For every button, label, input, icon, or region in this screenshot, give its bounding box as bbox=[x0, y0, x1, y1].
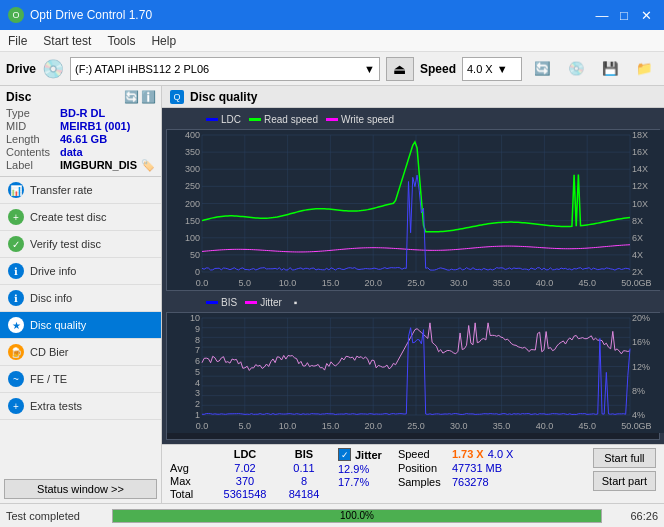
menu-help[interactable]: Help bbox=[143, 32, 184, 49]
maximize-button[interactable]: □ bbox=[614, 5, 634, 25]
extra-tests-label: Extra tests bbox=[30, 400, 82, 412]
fe-te-icon: ~ bbox=[8, 371, 24, 387]
menu-start-test[interactable]: Start test bbox=[35, 32, 99, 49]
sidebar-item-extra-tests[interactable]: + Extra tests bbox=[0, 393, 161, 420]
cd-bier-label: CD Bier bbox=[30, 346, 69, 358]
time-display: 66:26 bbox=[608, 510, 658, 522]
col-bis-header: BIS bbox=[284, 448, 324, 460]
max-bis: 8 bbox=[284, 475, 324, 487]
disc-quality-header-icon: Q bbox=[170, 90, 184, 104]
disc-quality-title: Disc quality bbox=[190, 90, 257, 104]
fe-te-label: FE / TE bbox=[30, 373, 67, 385]
sidebar-item-disc-info[interactable]: ℹ Disc info bbox=[0, 285, 161, 312]
avg-ldc: 7.02 bbox=[210, 462, 280, 474]
drive-info-icon: ℹ bbox=[8, 263, 24, 279]
stats-area: LDC BIS Avg 7.02 0.11 Max 370 8 Total 53… bbox=[162, 444, 664, 503]
disc-type-label: Type bbox=[6, 107, 56, 119]
speed-stat-value: 1.73 X bbox=[452, 448, 484, 460]
disc-contents-label: Contents bbox=[6, 146, 56, 158]
legend-separator: ▪ bbox=[294, 297, 298, 308]
menu-bar: File Start test Tools Help bbox=[0, 30, 664, 52]
sidebar-item-create-test-disc[interactable]: + Create test disc bbox=[0, 204, 161, 231]
position-value: 47731 MB bbox=[452, 462, 502, 474]
disc-info-label: Disc info bbox=[30, 292, 72, 304]
transfer-rate-label: Transfer rate bbox=[30, 184, 93, 196]
verify-test-disc-icon: ✓ bbox=[8, 236, 24, 252]
bottom-status-bar: Test completed 100.0% 66:26 bbox=[0, 503, 664, 527]
disc-length-value: 46.61 GB bbox=[60, 133, 107, 145]
drive-select[interactable]: (F:) ATAPI iHBS112 2 PL06 ▼ bbox=[70, 57, 380, 81]
samples-label: Samples bbox=[398, 476, 448, 488]
start-full-button[interactable]: Start full bbox=[593, 448, 656, 468]
menu-tools[interactable]: Tools bbox=[99, 32, 143, 49]
legend-ldc: LDC bbox=[221, 114, 241, 125]
avg-jitter: 12.9% bbox=[338, 463, 369, 475]
disc-label-label: Label bbox=[6, 159, 56, 172]
progress-label: 100.0% bbox=[113, 510, 601, 522]
disc-label-value: IMGBURN_DIS bbox=[60, 159, 137, 172]
disc-quality-label: Disc quality bbox=[30, 319, 86, 331]
verify-test-disc-label: Verify test disc bbox=[30, 238, 101, 250]
eject-button[interactable]: ⏏ bbox=[386, 57, 414, 81]
app-title: Opti Drive Control 1.70 bbox=[30, 8, 152, 22]
position-label: Position bbox=[398, 462, 448, 474]
samples-value: 763278 bbox=[452, 476, 489, 488]
minimize-button[interactable]: — bbox=[592, 5, 612, 25]
disc-contents-value: data bbox=[60, 146, 83, 158]
disc-mid-value: MEIRB1 (001) bbox=[60, 120, 130, 132]
disc-type-value: BD-R DL bbox=[60, 107, 105, 119]
progress-bar-container: 100.0% bbox=[112, 509, 602, 523]
avg-label: Avg bbox=[170, 462, 206, 474]
avg-bis: 0.11 bbox=[284, 462, 324, 474]
menu-file[interactable]: File bbox=[0, 32, 35, 49]
legend-read-speed: Read speed bbox=[264, 114, 318, 125]
drive-bar: Drive 💿 (F:) ATAPI iHBS112 2 PL06 ▼ ⏏ Sp… bbox=[0, 52, 664, 86]
total-bis: 84184 bbox=[284, 488, 324, 500]
disc-quality-icon: ★ bbox=[8, 317, 24, 333]
max-ldc: 370 bbox=[210, 475, 280, 487]
total-label: Total bbox=[170, 488, 206, 500]
start-part-button[interactable]: Start part bbox=[593, 471, 656, 491]
disc-length-label: Length bbox=[6, 133, 56, 145]
app-icon: O bbox=[8, 7, 24, 23]
drive-icon: 💿 bbox=[42, 58, 64, 80]
create-test-disc-icon: + bbox=[8, 209, 24, 225]
disc-section-title: Disc bbox=[6, 90, 31, 104]
speed-label: Speed bbox=[420, 62, 456, 76]
total-ldc: 5361548 bbox=[210, 488, 280, 500]
cd-bier-icon: 🍺 bbox=[8, 344, 24, 360]
status-window-button[interactable]: Status window >> bbox=[4, 479, 157, 499]
sidebar-item-verify-test-disc[interactable]: ✓ Verify test disc bbox=[0, 231, 161, 258]
disc-label-icon: 🏷️ bbox=[141, 159, 155, 172]
disc-info-icon[interactable]: ℹ️ bbox=[141, 90, 155, 104]
speed-stat-max: 4.0 X bbox=[488, 448, 514, 460]
disc-mid-label: MID bbox=[6, 120, 56, 132]
refresh-button[interactable]: 🔄 bbox=[528, 55, 556, 83]
sidebar-item-disc-quality[interactable]: ★ Disc quality bbox=[0, 312, 161, 339]
extra-tests-icon: + bbox=[8, 398, 24, 414]
col-ldc-header: LDC bbox=[210, 448, 280, 460]
folder-button[interactable]: 📁 bbox=[630, 55, 658, 83]
legend-jitter: Jitter bbox=[260, 297, 282, 308]
legend-bis: BIS bbox=[221, 297, 237, 308]
disc-icon-button[interactable]: 💿 bbox=[562, 55, 590, 83]
close-button[interactable]: ✕ bbox=[636, 5, 656, 25]
transfer-rate-icon: 📊 bbox=[8, 182, 24, 198]
sidebar-item-transfer-rate[interactable]: 📊 Transfer rate bbox=[0, 177, 161, 204]
max-label: Max bbox=[170, 475, 206, 487]
create-test-disc-label: Create test disc bbox=[30, 211, 106, 223]
speed-select[interactable]: 4.0 X ▼ bbox=[462, 57, 522, 81]
sidebar: Disc 🔄 ℹ️ Type BD-R DL MID MEIRB1 (001) … bbox=[0, 86, 162, 503]
jitter-header: Jitter bbox=[355, 449, 382, 461]
speed-stat-label: Speed bbox=[398, 448, 448, 460]
jitter-checkbox[interactable]: ✓ bbox=[338, 448, 351, 461]
disc-refresh-icon[interactable]: 🔄 bbox=[124, 90, 138, 104]
drive-info-label: Drive info bbox=[30, 265, 76, 277]
sidebar-item-drive-info[interactable]: ℹ Drive info bbox=[0, 258, 161, 285]
legend-write-speed: Write speed bbox=[341, 114, 394, 125]
sidebar-item-fe-te[interactable]: ~ FE / TE bbox=[0, 366, 161, 393]
save-button[interactable]: 💾 bbox=[596, 55, 624, 83]
drive-label: Drive bbox=[6, 62, 36, 76]
sidebar-item-cd-bier[interactable]: 🍺 CD Bier bbox=[0, 339, 161, 366]
content-area: Q Disc quality LDC Read speed Write spee… bbox=[162, 86, 664, 503]
